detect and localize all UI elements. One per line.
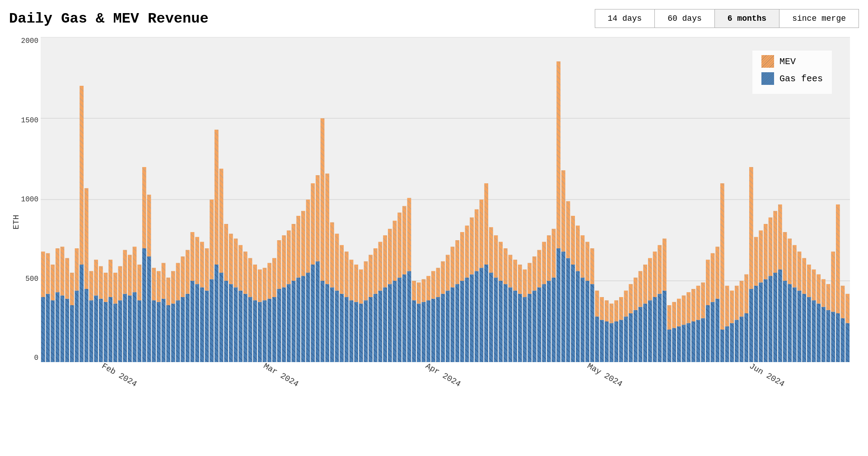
svg-rect-323 xyxy=(798,291,802,362)
svg-rect-147 xyxy=(373,294,378,362)
svg-rect-169 xyxy=(426,300,430,362)
svg-rect-74 xyxy=(195,237,199,284)
svg-rect-37 xyxy=(108,297,112,362)
svg-rect-197 xyxy=(494,278,498,362)
svg-rect-341 xyxy=(841,318,845,362)
svg-rect-208 xyxy=(518,265,522,294)
y-tick-2000: 2000 xyxy=(21,37,38,45)
svg-rect-52 xyxy=(142,167,146,248)
svg-rect-77 xyxy=(205,291,209,362)
svg-rect-59 xyxy=(162,299,166,362)
svg-rect-214 xyxy=(532,256,537,291)
svg-rect-93 xyxy=(243,294,247,362)
svg-rect-126 xyxy=(321,118,325,281)
svg-rect-28 xyxy=(84,188,89,289)
svg-rect-18 xyxy=(61,247,65,295)
svg-rect-139 xyxy=(354,302,358,362)
svg-rect-83 xyxy=(219,273,224,362)
svg-rect-203 xyxy=(509,287,513,362)
svg-rect-215 xyxy=(537,287,541,362)
svg-rect-42 xyxy=(118,266,122,301)
svg-rect-122 xyxy=(311,183,315,265)
y-tick-0: 0 xyxy=(34,354,38,362)
svg-rect-69 xyxy=(186,294,190,362)
svg-rect-146 xyxy=(369,255,373,297)
svg-rect-166 xyxy=(417,283,421,304)
svg-rect-16 xyxy=(56,248,60,292)
svg-rect-290 xyxy=(715,247,719,298)
y-axis: 2000 1500 1000 500 0 xyxy=(27,37,41,362)
svg-rect-241 xyxy=(600,320,604,362)
svg-rect-210 xyxy=(523,270,527,297)
svg-rect-55 xyxy=(152,300,156,362)
svg-rect-104 xyxy=(267,263,271,298)
svg-rect-280 xyxy=(691,289,695,321)
svg-rect-276 xyxy=(682,295,686,325)
svg-rect-54 xyxy=(147,195,151,256)
svg-rect-89 xyxy=(234,287,238,362)
svg-rect-206 xyxy=(513,260,517,290)
svg-rect-145 xyxy=(369,297,373,362)
svg-rect-26 xyxy=(79,86,84,265)
svg-rect-299 xyxy=(740,316,744,362)
svg-rect-330 xyxy=(812,270,816,300)
chart-svg xyxy=(41,37,850,362)
svg-rect-294 xyxy=(725,286,729,326)
svg-rect-249 xyxy=(619,320,623,362)
svg-rect-33 xyxy=(99,299,103,362)
svg-rect-297 xyxy=(735,320,739,362)
svg-rect-339 xyxy=(836,313,840,362)
svg-rect-320 xyxy=(788,238,792,284)
svg-rect-25 xyxy=(79,265,84,362)
svg-rect-32 xyxy=(94,260,98,295)
svg-rect-106 xyxy=(272,258,276,297)
svg-rect-75 xyxy=(200,287,204,362)
svg-rect-41 xyxy=(118,300,122,362)
svg-rect-150 xyxy=(378,242,383,291)
svg-rect-47 xyxy=(133,292,137,362)
svg-rect-66 xyxy=(176,263,180,300)
svg-rect-64 xyxy=(171,271,175,303)
svg-rect-189 xyxy=(475,271,479,362)
svg-rect-13 xyxy=(51,300,55,362)
svg-rect-121 xyxy=(311,265,315,362)
svg-rect-155 xyxy=(393,281,397,362)
filter-14d[interactable]: 14 days xyxy=(595,9,655,28)
svg-rect-253 xyxy=(629,313,633,362)
svg-rect-136 xyxy=(345,251,349,297)
svg-rect-217 xyxy=(542,284,546,362)
filter-6m[interactable]: 6 months xyxy=(714,9,779,28)
svg-rect-243 xyxy=(605,321,609,362)
svg-rect-172 xyxy=(431,271,435,298)
svg-rect-151 xyxy=(383,287,387,362)
filter-60d[interactable]: 60 days xyxy=(654,9,715,28)
svg-rect-159 xyxy=(402,275,406,362)
svg-rect-239 xyxy=(595,316,599,362)
svg-rect-250 xyxy=(619,297,623,320)
svg-rect-29 xyxy=(89,300,93,362)
y-tick-1000: 1000 xyxy=(21,195,38,204)
svg-rect-17 xyxy=(61,295,65,362)
svg-rect-288 xyxy=(711,253,715,302)
svg-rect-275 xyxy=(682,325,686,362)
svg-rect-117 xyxy=(301,276,305,362)
mev-color-swatch xyxy=(761,55,774,68)
svg-rect-282 xyxy=(696,286,700,320)
svg-rect-171 xyxy=(431,299,435,362)
svg-rect-196 xyxy=(489,227,493,273)
svg-rect-315 xyxy=(778,270,782,362)
svg-rect-307 xyxy=(759,283,763,362)
svg-rect-252 xyxy=(624,291,628,317)
filter-merge[interactable]: since merge xyxy=(779,9,859,28)
y-tick-1500: 1500 xyxy=(21,116,38,125)
svg-rect-213 xyxy=(532,291,537,362)
svg-rect-227 xyxy=(566,258,570,362)
svg-rect-336 xyxy=(826,284,831,310)
svg-rect-107 xyxy=(277,289,281,362)
svg-rect-92 xyxy=(238,245,243,291)
svg-rect-211 xyxy=(527,294,532,362)
x-tick-mar: Mar 2024 xyxy=(262,361,300,389)
svg-rect-113 xyxy=(292,281,296,362)
legend-mev-label: MEV xyxy=(779,56,796,67)
svg-rect-258 xyxy=(639,271,643,307)
